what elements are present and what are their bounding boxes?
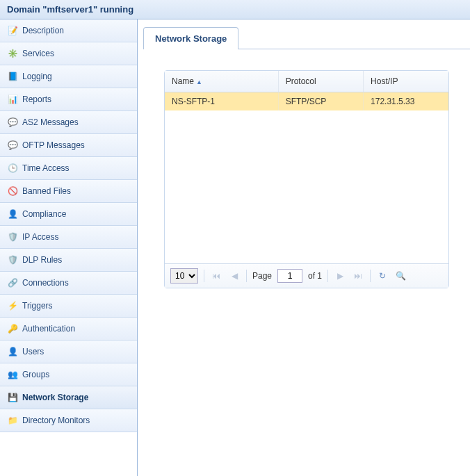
sidebar-item-label: Connections xyxy=(22,278,69,288)
sidebar-item-label: Reports xyxy=(22,95,51,104)
last-page-button[interactable]: ⏭ xyxy=(352,270,364,282)
dlp-rules-icon: 🛡️ xyxy=(7,254,18,265)
cell-host: 172.31.5.33 xyxy=(364,92,448,111)
cell-name: NS-SFTP-1 xyxy=(165,92,278,111)
pager-separator xyxy=(246,270,247,282)
description-icon: 📝 xyxy=(7,25,18,36)
sidebar-item-label: Users xyxy=(22,347,44,356)
page-label: Page xyxy=(252,271,272,281)
content-area: Network Storage Name▲ Protocol Host/IP xyxy=(138,19,470,476)
sidebar-item-reports[interactable]: 📊Reports xyxy=(0,88,137,111)
sidebar-item-label: Logging xyxy=(22,72,52,81)
tab-network-storage[interactable]: Network Storage xyxy=(143,27,238,49)
triggers-icon: ⚡ xyxy=(7,300,18,311)
pager-separator xyxy=(370,270,371,282)
sidebar-item-label: Banned Files xyxy=(22,186,71,196)
page-input[interactable] xyxy=(277,269,302,283)
ip-access-icon: 🛡️ xyxy=(7,231,18,243)
col-protocol[interactable]: Protocol xyxy=(278,71,363,92)
pager: 10 ⏮ ◀ Page of 1 ▶ ⏭ ↻ 🔍 xyxy=(165,263,448,288)
sidebar-item-triggers[interactable]: ⚡Triggers xyxy=(0,295,137,318)
header-title: Domain "mftserver1" running xyxy=(7,4,133,15)
pager-separator xyxy=(327,270,328,282)
sort-asc-icon: ▲ xyxy=(196,79,202,85)
network-storage-icon: 💾 xyxy=(7,392,18,403)
logging-icon: 📘 xyxy=(7,71,18,82)
search-button[interactable]: 🔍 xyxy=(394,270,407,282)
time-access-icon: 🕒 xyxy=(7,163,18,174)
connections-icon: 🔗 xyxy=(7,277,18,288)
table-row[interactable]: NS-SFTP-1SFTP/SCP172.31.5.33 xyxy=(165,92,448,111)
sidebar-item-label: DLP Rules xyxy=(22,255,62,265)
as2-messages-icon: 💬 xyxy=(7,117,18,128)
sidebar-item-services[interactable]: ✳️Services xyxy=(0,42,137,65)
sidebar-item-oftp-messages[interactable]: 💬OFTP Messages xyxy=(0,134,137,157)
refresh-button[interactable]: ↻ xyxy=(376,270,389,282)
sidebar-item-groups[interactable]: 👥Groups xyxy=(0,363,137,386)
sidebar-item-label: Services xyxy=(22,49,54,58)
sidebar-item-connections[interactable]: 🔗Connections xyxy=(0,272,137,295)
sidebar-item-banned-files[interactable]: 🚫Banned Files xyxy=(0,180,137,203)
col-host[interactable]: Host/IP xyxy=(364,71,448,92)
page-size-select[interactable]: 10 xyxy=(170,268,198,284)
directory-monitors-icon: 📁 xyxy=(7,415,18,426)
page-total: of 1 xyxy=(308,271,322,281)
col-name[interactable]: Name▲ xyxy=(165,71,278,92)
sidebar-item-label: AS2 Messages xyxy=(22,117,79,127)
tab-bar: Network Storage xyxy=(143,26,470,49)
table-panel: Name▲ Protocol Host/IP NS-SFTP-1SFTP/SCP… xyxy=(164,70,449,288)
sidebar-item-label: Network Storage xyxy=(22,393,88,402)
sidebar-item-users[interactable]: 👤Users xyxy=(0,340,137,363)
authentication-icon: 🔑 xyxy=(7,323,18,334)
sidebar-item-ip-access[interactable]: 🛡️IP Access xyxy=(0,226,137,249)
sidebar-item-label: Authentication xyxy=(22,324,75,334)
sidebar-item-label: Triggers xyxy=(22,301,53,311)
storage-table: Name▲ Protocol Host/IP NS-SFTP-1SFTP/SCP… xyxy=(165,71,448,110)
sidebar-item-label: IP Access xyxy=(22,232,58,242)
sidebar-item-label: Directory Monitors xyxy=(22,416,90,425)
sidebar-item-network-storage[interactable]: 💾Network Storage xyxy=(0,386,137,409)
cell-protocol: SFTP/SCP xyxy=(278,92,363,111)
oftp-messages-icon: 💬 xyxy=(7,140,18,151)
next-page-button[interactable]: ▶ xyxy=(334,270,346,282)
groups-icon: 👥 xyxy=(7,369,18,380)
services-icon: ✳️ xyxy=(7,48,18,59)
sidebar-item-label: OFTP Messages xyxy=(22,140,85,150)
first-page-button[interactable]: ⏮ xyxy=(210,270,222,282)
page-header: Domain "mftserver1" running xyxy=(0,0,470,19)
sidebar-item-as2-messages[interactable]: 💬AS2 Messages xyxy=(0,111,137,134)
sidebar-item-label: Description xyxy=(22,26,64,35)
sidebar-item-logging[interactable]: 📘Logging xyxy=(0,65,137,88)
reports-icon: 📊 xyxy=(7,94,18,105)
sidebar-item-dlp-rules[interactable]: 🛡️DLP Rules xyxy=(0,249,137,272)
sidebar-item-compliance[interactable]: 👤Compliance xyxy=(0,203,137,226)
sidebar-item-label: Groups xyxy=(22,370,49,379)
sidebar-item-label: Compliance xyxy=(22,209,66,219)
sidebar-item-authentication[interactable]: 🔑Authentication xyxy=(0,318,137,340)
table-empty-area xyxy=(165,110,448,263)
users-icon: 👤 xyxy=(7,346,18,357)
sidebar-item-directory-monitors[interactable]: 📁Directory Monitors xyxy=(0,409,137,432)
banned-files-icon: 🚫 xyxy=(7,186,18,197)
sidebar-item-time-access[interactable]: 🕒Time Access xyxy=(0,157,137,180)
pager-separator xyxy=(204,270,204,282)
prev-page-button[interactable]: ◀ xyxy=(228,270,241,282)
sidebar-item-description[interactable]: 📝Description xyxy=(0,19,137,42)
sidebar: 📝Description✳️Services📘Logging📊Reports💬A… xyxy=(0,19,138,476)
compliance-icon: 👤 xyxy=(7,208,18,220)
sidebar-item-label: Time Access xyxy=(22,163,70,173)
